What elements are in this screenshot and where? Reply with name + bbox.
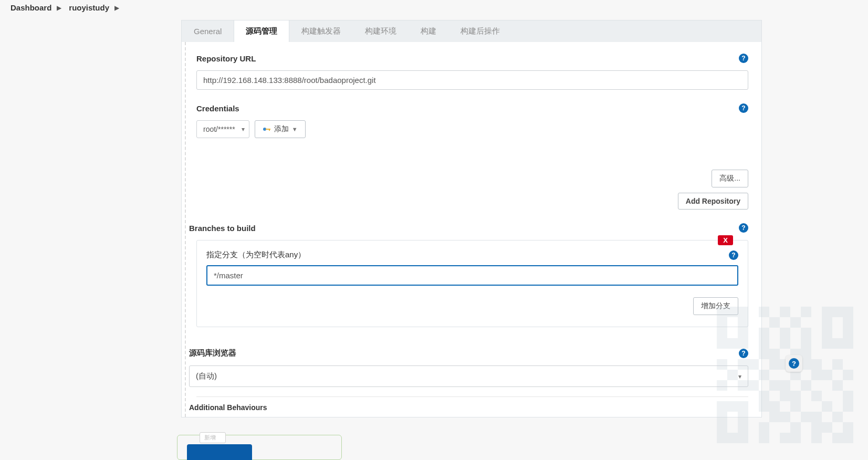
caret-down-icon: ▼	[292, 126, 298, 132]
key-icon	[263, 126, 271, 132]
browser-title-row: 源码库浏览器 ?	[189, 348, 748, 358]
tab-env[interactable]: 构建环境	[353, 20, 409, 42]
scm-panel: Repository URL ? Credentials ? root/****…	[181, 42, 762, 417]
repo-url-input[interactable]	[196, 70, 748, 90]
config-tabs: General 源码管理 构建触发器 构建环境 构建 构建后操作	[181, 20, 762, 42]
help-icon[interactable]: ?	[739, 349, 748, 358]
chevron-right-icon: ▶	[114, 4, 119, 12]
branch-specifier-input[interactable]	[206, 265, 738, 286]
repo-browser-select[interactable]: (自动)	[189, 365, 748, 387]
breadcrumb-job[interactable]: ruoyistudy	[69, 3, 109, 12]
credentials-select[interactable]: root/******	[196, 120, 249, 138]
chevron-right-icon: ▶	[57, 4, 61, 12]
primary-button[interactable]	[187, 444, 252, 460]
add-branch-button[interactable]: 增加分支	[693, 297, 738, 315]
floating-help-button[interactable]: ?	[786, 355, 802, 372]
repo-url-label-row: Repository URL ?	[196, 54, 748, 63]
branch-specifier-panel: X 指定分支（为空时代表any） ? 增加分支	[196, 240, 748, 327]
branches-title: Branches to build	[189, 224, 256, 233]
tab-trigger[interactable]: 构建触发器	[289, 20, 353, 42]
delete-branch-button[interactable]: X	[718, 235, 733, 245]
branch-specifier-label: 指定分支（为空时代表any）	[206, 250, 306, 260]
help-icon[interactable]: ?	[739, 54, 748, 63]
help-icon: ?	[789, 358, 799, 369]
advanced-button[interactable]: 高级...	[712, 170, 748, 187]
additional-behaviours-title: Additional Behaviours	[189, 403, 748, 412]
add-credentials-label: 添加	[274, 124, 289, 134]
tab-scm[interactable]: 源码管理	[234, 20, 289, 42]
branches-title-row: Branches to build ?	[189, 223, 748, 233]
behaviours-add-select[interactable]: 新增	[200, 432, 226, 443]
tab-build[interactable]: 构建	[409, 20, 448, 42]
credentials-label: Credentials	[196, 104, 239, 113]
repo-url-label: Repository URL	[196, 54, 256, 63]
add-credentials-button[interactable]: 添加 ▼	[255, 120, 306, 138]
svg-rect-2	[269, 129, 270, 131]
tab-general[interactable]: General	[182, 20, 234, 42]
breadcrumb: Dashboard ▶ ruoyistudy ▶	[0, 0, 868, 15]
browser-title: 源码库浏览器	[189, 348, 236, 358]
tab-post[interactable]: 构建后操作	[448, 20, 512, 42]
add-repository-button[interactable]: Add Repository	[678, 193, 748, 210]
credentials-label-row: Credentials ?	[196, 103, 748, 113]
breadcrumb-dashboard[interactable]: Dashboard	[11, 3, 51, 12]
help-icon[interactable]: ?	[729, 250, 738, 260]
help-icon[interactable]: ?	[739, 223, 748, 233]
config-panel: General 源码管理 构建触发器 构建环境 构建 构建后操作 Reposit…	[181, 20, 762, 417]
help-icon[interactable]: ?	[739, 103, 748, 113]
